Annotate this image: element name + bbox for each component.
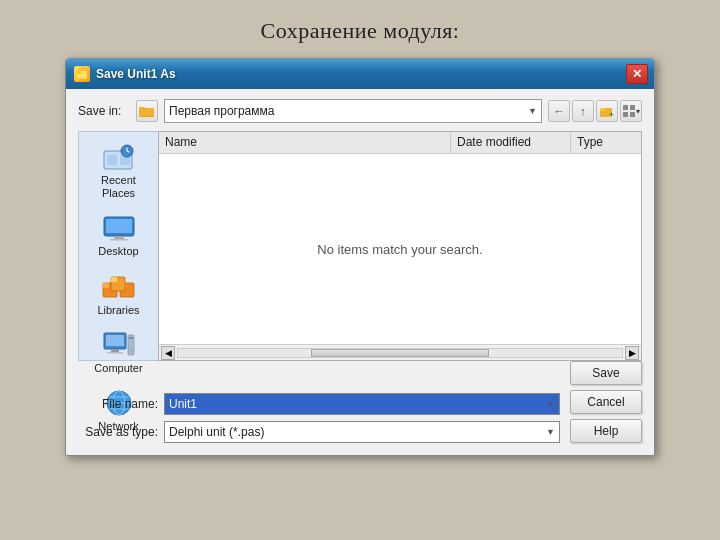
title-bar-left: Save Unit1 As [74,66,176,82]
sidebar-item-recent-places[interactable]: Recent Places [83,140,155,203]
title-bar: Save Unit1 As ✕ [66,59,654,89]
svg-rect-20 [110,239,128,241]
svg-rect-22 [103,283,109,288]
svg-rect-4 [139,107,145,110]
libraries-icon [101,273,137,301]
col-date-header: Date modified [451,132,571,153]
file-name-value: Unit1 [169,397,197,411]
page-title: Сохранение модуля: [261,18,460,44]
svg-rect-28 [106,335,124,346]
svg-rect-19 [114,236,124,239]
scroll-thumb[interactable] [311,349,489,357]
recent-places-icon [101,143,137,171]
computer-icon [101,331,137,359]
new-folder-button[interactable]: + [596,100,618,122]
file-name-label: File name: [78,397,158,411]
bottom-section: File name: Unit1 ▼ Save as type: Delphi … [78,361,642,443]
up-button[interactable]: ↑ [572,100,594,122]
toolbar-buttons: ← ↑ + ▾ [548,100,642,122]
sidebar-item-desktop[interactable]: Desktop [83,211,155,261]
save-type-dropdown-arrow: ▼ [546,427,555,437]
scroll-right-button[interactable]: ▶ [625,346,639,360]
svg-text:+: + [609,110,614,118]
dialog-body: Save in: Первая программа ▼ ← ↑ [66,89,654,455]
svg-rect-30 [107,352,123,354]
form-section: File name: Unit1 ▼ Save as type: Delphi … [78,383,560,443]
empty-message: No items match your search. [317,242,482,257]
sidebar: Recent Places Desktop [78,131,158,361]
svg-rect-6 [600,108,605,111]
views-button[interactable]: ▾ [620,100,642,122]
save-in-label: Save in: [78,104,130,118]
save-button[interactable]: Save [570,361,642,385]
svg-rect-29 [111,349,119,352]
folder-icon-small [136,100,158,122]
svg-rect-8 [623,105,628,110]
save-dialog: Save Unit1 As ✕ Save in: Первая программ… [65,58,655,456]
close-button[interactable]: ✕ [626,64,648,84]
svg-rect-32 [129,337,133,339]
file-name-dropdown-arrow: ▼ [546,399,555,409]
svg-rect-26 [111,277,117,282]
desktop-icon [101,214,137,242]
save-in-value: Первая программа [169,104,274,118]
file-list: Name Date modified Type No items match y… [158,131,642,361]
main-area: Recent Places Desktop [78,131,642,361]
sidebar-item-libraries-label: Libraries [97,304,139,317]
file-list-content: No items match your search. [159,154,641,344]
form-rows: File name: Unit1 ▼ Save as type: Delphi … [78,393,560,443]
back-button[interactable]: ← [548,100,570,122]
save-type-value: Delphi unit (*.pas) [169,425,264,439]
svg-rect-14 [107,155,117,165]
col-name-header: Name [159,132,451,153]
cancel-button[interactable]: Cancel [570,390,642,414]
col-type-header: Type [571,132,641,153]
file-name-input[interactable]: Unit1 ▼ [164,393,560,415]
sidebar-item-desktop-label: Desktop [98,245,138,258]
file-name-row: File name: Unit1 ▼ [78,393,560,415]
file-list-header: Name Date modified Type [159,132,641,154]
svg-rect-1 [77,71,81,74]
help-button[interactable]: Help [570,419,642,443]
dialog-title: Save Unit1 As [96,67,176,81]
svg-rect-11 [630,112,635,117]
save-type-row: Save as type: Delphi unit (*.pas) ▼ [78,421,560,443]
svg-rect-9 [630,105,635,110]
sidebar-item-libraries[interactable]: Libraries [83,270,155,320]
horizontal-scrollbar[interactable]: ◀ ▶ [159,344,641,360]
svg-rect-18 [106,219,132,233]
action-buttons: Save Cancel Help [570,361,642,443]
sidebar-item-recent-label: Recent Places [86,174,152,200]
dialog-icon [74,66,90,82]
svg-rect-10 [623,112,628,117]
save-type-label: Save as type: [78,425,158,439]
save-type-dropdown[interactable]: Delphi unit (*.pas) ▼ [164,421,560,443]
scroll-left-button[interactable]: ◀ [161,346,175,360]
scroll-track[interactable] [177,348,623,358]
save-in-row: Save in: Первая программа ▼ ← ↑ [78,99,642,123]
save-in-dropdown[interactable]: Первая программа ▼ [164,99,542,123]
dropdown-arrow-icon: ▼ [528,106,537,116]
svg-point-33 [129,349,132,352]
